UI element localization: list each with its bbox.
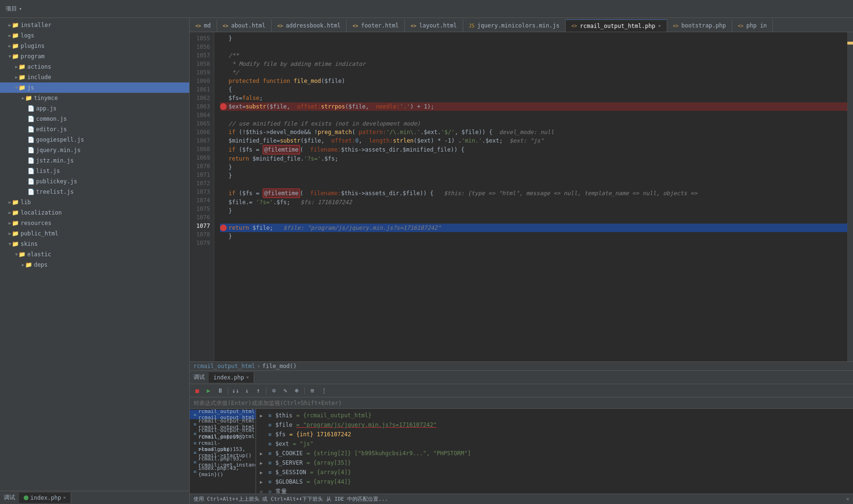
var-value: = "program/js/jquery.min.js?s=1716107242… [296, 422, 437, 428]
line-number: 1076 [192, 213, 210, 222]
code-line: /** [220, 51, 847, 60]
variable-item[interactable]: ≡ $fs = {int} 1716107242 [256, 430, 853, 439]
file-label: tinymce [34, 95, 58, 101]
breakpoint-icon [220, 103, 227, 110]
settings-button[interactable]: ≡ [308, 386, 317, 396]
code-area[interactable]: } /** * Modify file by adding mtime indi… [214, 32, 847, 361]
resume-button[interactable]: ▶ [204, 386, 213, 396]
tree-item-jquery.min.js[interactable]: 📄 jquery.min.js [0, 145, 189, 155]
code-line: protected function file_mod($file) [220, 77, 847, 85]
expand-icon[interactable]: ▶ [260, 470, 266, 475]
tree-item-localization[interactable]: ▶ 📁 localization [0, 207, 189, 218]
file-icon: 📁 [12, 209, 19, 216]
tree-item-logs[interactable]: ▶ 📁 logs [0, 30, 189, 41]
expression-input[interactable] [193, 400, 849, 406]
variable-item[interactable]: ◇ ◇ 常量 [256, 486, 853, 494]
tab-rcmail_output_html.php[interactable]: <> rcmail_output_html.php × [566, 19, 667, 32]
line-number: 1064 [192, 111, 210, 119]
tree-item-deps[interactable]: ▶ 📁 deps [0, 260, 189, 270]
code-line: } [220, 34, 847, 43]
tree-item-public_html[interactable]: ▶ 📁 public_html [0, 228, 189, 239]
add-watch-button[interactable]: ⊕ [292, 386, 302, 396]
tree-item-list.js[interactable]: 📄 list.js [0, 166, 189, 176]
file-label: list.js [36, 168, 60, 174]
tree-item-js[interactable]: ▼ 📁 js [0, 82, 189, 93]
separator3 [304, 387, 305, 395]
status-close[interactable]: × [846, 496, 849, 502]
line-number: 1062 [192, 94, 210, 102]
tree-item-treelist.js[interactable]: 📄 treelist.js [0, 187, 189, 197]
tab-icon: JS [469, 23, 475, 28]
tab-close[interactable]: × [658, 23, 661, 28]
tab-icon: <> [277, 23, 283, 28]
mute-breakpoints-button[interactable]: ✎ [281, 386, 290, 396]
tree-item-elastic[interactable]: ▼ 📁 elastic [0, 249, 189, 260]
variable-item[interactable]: ▶ ≡ $GLOBALS = {array[44]} [256, 477, 853, 486]
tab-jquery.minicolors.min.js[interactable]: JS jquery.minicolors.min.js [463, 19, 566, 32]
editor-area: <> md <> about.html <> addressbook.html … [190, 18, 853, 504]
tab-layout.html[interactable]: <> layout.html [405, 19, 463, 32]
expand-icon[interactable]: ▶ [260, 451, 266, 456]
tab-about.html[interactable]: <> about.html [217, 19, 272, 32]
view-breakpoints-button[interactable]: ⊙ [269, 386, 279, 396]
tree-item-publickey.js[interactable]: 📄 publickey.js [0, 176, 189, 187]
file-label: treelist.js [36, 189, 73, 195]
tree-item-actions[interactable]: ▶ 📁 actions [0, 62, 189, 72]
file-icon: 📄 [28, 105, 35, 112]
tab-addressbook.html[interactable]: <> addressbook.html [272, 19, 347, 32]
tree-item-skins[interactable]: ▼ 📁 skins [0, 239, 189, 249]
tree-item-installer[interactable]: ▶ 📁 installer [0, 20, 189, 30]
debug-frame[interactable]: ≡ index.php:43, {main}() [190, 467, 256, 476]
tab-in[interactable]: <> php in [732, 19, 773, 32]
arrow-icon: ▶ [15, 64, 18, 69]
title-bar: 项目 ▾ [0, 0, 853, 18]
expression-bar [190, 397, 853, 409]
expand-icon[interactable]: ▶ [260, 479, 266, 485]
tree-item-lib[interactable]: ▶ 📁 lib [0, 197, 189, 207]
tree-item-editor.js[interactable]: 📄 editor.js [0, 124, 189, 135]
pause-button[interactable]: ⏸ [215, 386, 225, 396]
tab-footer.html[interactable]: <> footer.html [347, 19, 405, 32]
more-button[interactable]: ⋮ [319, 386, 329, 396]
stop-button[interactable]: ■ [193, 386, 202, 396]
variable-item[interactable]: ▶ ≡ $_COOKIE = {string[2]} ["b995kuhgcbs… [256, 449, 853, 458]
variable-item[interactable]: ▶ ≡ $_SESSION = {array[4]} [256, 468, 853, 477]
debug-file-tab[interactable]: index.php × [19, 493, 71, 503]
expand-icon[interactable]: ▶ [260, 460, 266, 466]
expand-icon[interactable]: ▶ [260, 413, 266, 418]
line-number: 1058 [192, 60, 210, 68]
arrow-icon: ▶ [9, 23, 11, 27]
tree-item-common.js[interactable]: 📄 common.js [0, 114, 189, 124]
var-name: $_SESSION [275, 469, 306, 476]
tree-item-resources[interactable]: ▶ 📁 resources [0, 218, 189, 228]
step-over-button[interactable]: ↓↓ [231, 386, 240, 396]
code-line: } [220, 232, 847, 241]
tab-label: about.html [231, 22, 266, 29]
expand-icon[interactable]: ◇ [260, 489, 266, 494]
tree-item-jstz.min.js[interactable]: 📄 jstz.min.js [0, 155, 189, 166]
tree-item-include[interactable]: ▶ 📁 include [0, 72, 189, 82]
variable-item[interactable]: ≡ $ext = "js" [256, 439, 853, 449]
tree-item-program[interactable]: ▼ 📁 program [0, 51, 189, 62]
separator1 [228, 387, 228, 395]
variable-item[interactable]: ≡ $file = "program/js/jquery.min.js?s=17… [256, 420, 853, 430]
file-label: publickey.js [36, 178, 77, 185]
tree-item-tinymce[interactable]: ▶ 📁 tinymce [0, 93, 189, 103]
var-name: $fs [275, 431, 286, 438]
variable-item[interactable]: ▶ ≡ $this = {rcmail_output_html} [256, 411, 853, 420]
step-out-button[interactable]: ↑ [254, 386, 263, 396]
tree-item-app.js[interactable]: 📄 app.js [0, 103, 189, 114]
step-into-button[interactable]: ↓ [242, 386, 252, 396]
tab-md[interactable]: <> md [190, 19, 217, 32]
line-numbers: 1055105610571058105910601061106210631064… [190, 32, 214, 361]
tab-icon: <> [352, 23, 358, 28]
tab-bootstrap.php[interactable]: <> bootstrap.php [667, 19, 732, 32]
file-label: googiespell.js [36, 136, 84, 143]
tree-item-googiespell.js[interactable]: 📄 googiespell.js [0, 135, 189, 145]
variable-item[interactable]: ▶ ≡ $_SERVER = {array[35]} [256, 458, 853, 468]
tree-item-plugins[interactable]: ▶ 📁 plugins [0, 41, 189, 51]
line-number: 1070 [192, 162, 210, 171]
debug-bar: 调试 index.php × [0, 491, 189, 504]
bottom-file-tab[interactable]: index.php × [209, 372, 254, 383]
project-label[interactable]: 项目 ▾ [6, 5, 22, 13]
